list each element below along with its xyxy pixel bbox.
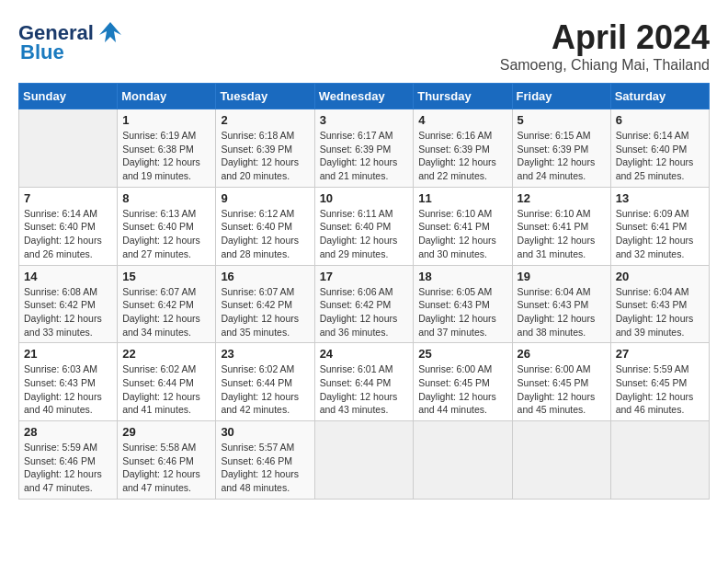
day-info: Sunrise: 6:18 AMSunset: 6:39 PMDaylight:… bbox=[221, 129, 309, 183]
calendar-header-saturday: Saturday bbox=[610, 84, 709, 109]
calendar-cell: 9Sunrise: 6:12 AMSunset: 6:40 PMDaylight… bbox=[216, 187, 314, 265]
day-number: 29 bbox=[122, 425, 210, 439]
title-area: April 2024 Samoeng, Chiang Mai, Thailand bbox=[500, 18, 710, 74]
calendar-cell: 20Sunrise: 6:04 AMSunset: 6:43 PMDayligh… bbox=[610, 265, 709, 343]
day-info: Sunrise: 6:09 AMSunset: 6:41 PMDaylight:… bbox=[616, 207, 704, 261]
calendar-cell: 5Sunrise: 6:15 AMSunset: 6:39 PMDaylight… bbox=[512, 109, 610, 188]
calendar-header-row: SundayMondayTuesdayWednesdayThursdayFrid… bbox=[19, 84, 710, 109]
day-number: 21 bbox=[24, 347, 112, 361]
day-info: Sunrise: 6:11 AMSunset: 6:40 PMDaylight:… bbox=[320, 207, 409, 261]
day-info: Sunrise: 6:02 AMSunset: 6:44 PMDaylight:… bbox=[221, 362, 309, 417]
day-info: Sunrise: 6:10 AMSunset: 6:41 PMDaylight:… bbox=[418, 207, 506, 261]
calendar-cell: 15Sunrise: 6:07 AMSunset: 6:42 PMDayligh… bbox=[118, 265, 216, 343]
calendar-cell: 1Sunrise: 6:19 AMSunset: 6:38 PMDaylight… bbox=[118, 109, 216, 188]
calendar-header-sunday: Sunday bbox=[19, 84, 118, 109]
day-info: Sunrise: 6:00 AMSunset: 6:45 PMDaylight:… bbox=[418, 362, 506, 417]
page: General Blue April 2024 Samoeng, Chiang … bbox=[0, 0, 728, 509]
calendar-cell: 29Sunrise: 5:58 AMSunset: 6:46 PMDayligh… bbox=[118, 421, 216, 500]
day-number: 15 bbox=[122, 270, 210, 283]
calendar-cell: 3Sunrise: 6:17 AMSunset: 6:39 PMDaylight… bbox=[314, 109, 414, 188]
calendar-cell: 24Sunrise: 6:01 AMSunset: 6:44 PMDayligh… bbox=[314, 343, 414, 421]
calendar-cell: 2Sunrise: 6:18 AMSunset: 6:39 PMDaylight… bbox=[216, 109, 314, 188]
calendar-cell bbox=[610, 421, 709, 500]
day-info: Sunrise: 6:04 AMSunset: 6:43 PMDaylight:… bbox=[518, 285, 606, 339]
calendar: SundayMondayTuesdayWednesdayThursdayFrid… bbox=[18, 83, 710, 500]
calendar-cell: 25Sunrise: 6:00 AMSunset: 6:45 PMDayligh… bbox=[414, 343, 512, 421]
calendar-cell: 21Sunrise: 6:03 AMSunset: 6:43 PMDayligh… bbox=[19, 343, 118, 421]
calendar-cell: 26Sunrise: 6:00 AMSunset: 6:45 PMDayligh… bbox=[512, 343, 610, 421]
calendar-header-thursday: Thursday bbox=[414, 84, 512, 109]
day-info: Sunrise: 6:07 AMSunset: 6:42 PMDaylight:… bbox=[221, 285, 309, 339]
day-number: 20 bbox=[616, 270, 704, 283]
day-number: 3 bbox=[320, 113, 409, 127]
calendar-cell: 10Sunrise: 6:11 AMSunset: 6:40 PMDayligh… bbox=[314, 187, 414, 265]
calendar-cell: 19Sunrise: 6:04 AMSunset: 6:43 PMDayligh… bbox=[512, 265, 610, 343]
calendar-cell: 27Sunrise: 5:59 AMSunset: 6:45 PMDayligh… bbox=[610, 343, 709, 421]
logo-blue: Blue bbox=[20, 40, 64, 64]
day-info: Sunrise: 6:01 AMSunset: 6:44 PMDaylight:… bbox=[320, 362, 409, 417]
day-info: Sunrise: 6:08 AMSunset: 6:42 PMDaylight:… bbox=[24, 285, 112, 339]
day-number: 5 bbox=[518, 113, 606, 127]
day-number: 18 bbox=[418, 270, 506, 283]
day-number: 10 bbox=[320, 191, 409, 205]
day-number: 28 bbox=[24, 425, 112, 439]
calendar-cell: 12Sunrise: 6:10 AMSunset: 6:41 PMDayligh… bbox=[512, 187, 610, 265]
month-title: April 2024 bbox=[500, 18, 710, 57]
day-number: 17 bbox=[320, 270, 409, 283]
day-number: 9 bbox=[221, 191, 309, 205]
day-number: 16 bbox=[221, 270, 309, 283]
calendar-week-3: 14Sunrise: 6:08 AMSunset: 6:42 PMDayligh… bbox=[19, 265, 710, 343]
day-info: Sunrise: 6:00 AMSunset: 6:45 PMDaylight:… bbox=[518, 362, 606, 417]
svg-marker-0 bbox=[99, 22, 121, 42]
logo-bird-icon bbox=[96, 18, 125, 48]
location: Samoeng, Chiang Mai, Thailand bbox=[500, 57, 710, 74]
day-info: Sunrise: 5:58 AMSunset: 6:46 PMDaylight:… bbox=[122, 441, 210, 495]
calendar-cell: 6Sunrise: 6:14 AMSunset: 6:40 PMDaylight… bbox=[610, 109, 709, 188]
calendar-cell bbox=[314, 421, 414, 500]
calendar-cell: 22Sunrise: 6:02 AMSunset: 6:44 PMDayligh… bbox=[118, 343, 216, 421]
calendar-cell: 8Sunrise: 6:13 AMSunset: 6:40 PMDaylight… bbox=[118, 187, 216, 265]
day-info: Sunrise: 6:12 AMSunset: 6:40 PMDaylight:… bbox=[221, 207, 309, 261]
calendar-cell: 28Sunrise: 5:59 AMSunset: 6:46 PMDayligh… bbox=[19, 421, 118, 500]
day-number: 27 bbox=[616, 347, 704, 361]
day-number: 6 bbox=[616, 113, 704, 127]
day-number: 19 bbox=[518, 270, 606, 283]
day-info: Sunrise: 6:07 AMSunset: 6:42 PMDaylight:… bbox=[122, 285, 210, 339]
day-number: 7 bbox=[24, 191, 112, 205]
day-info: Sunrise: 6:19 AMSunset: 6:38 PMDaylight:… bbox=[122, 129, 210, 183]
calendar-header-tuesday: Tuesday bbox=[216, 84, 314, 109]
day-number: 1 bbox=[122, 113, 210, 127]
calendar-cell: 23Sunrise: 6:02 AMSunset: 6:44 PMDayligh… bbox=[216, 343, 314, 421]
day-info: Sunrise: 6:10 AMSunset: 6:41 PMDaylight:… bbox=[518, 207, 606, 261]
calendar-header-monday: Monday bbox=[118, 84, 216, 109]
day-info: Sunrise: 6:02 AMSunset: 6:44 PMDaylight:… bbox=[122, 362, 210, 417]
calendar-cell: 4Sunrise: 6:16 AMSunset: 6:39 PMDaylight… bbox=[414, 109, 512, 188]
calendar-cell: 30Sunrise: 5:57 AMSunset: 6:46 PMDayligh… bbox=[216, 421, 314, 500]
calendar-week-1: 1Sunrise: 6:19 AMSunset: 6:38 PMDaylight… bbox=[19, 109, 710, 188]
day-number: 14 bbox=[24, 270, 112, 283]
day-number: 8 bbox=[122, 191, 210, 205]
day-number: 26 bbox=[518, 347, 606, 361]
calendar-cell bbox=[19, 109, 118, 188]
calendar-cell: 11Sunrise: 6:10 AMSunset: 6:41 PMDayligh… bbox=[414, 187, 512, 265]
calendar-cell bbox=[414, 421, 512, 500]
day-info: Sunrise: 6:16 AMSunset: 6:39 PMDaylight:… bbox=[418, 129, 506, 183]
day-number: 22 bbox=[122, 347, 210, 361]
day-info: Sunrise: 5:59 AMSunset: 6:45 PMDaylight:… bbox=[616, 362, 704, 417]
calendar-cell: 18Sunrise: 6:05 AMSunset: 6:43 PMDayligh… bbox=[414, 265, 512, 343]
day-number: 30 bbox=[221, 425, 309, 439]
day-number: 4 bbox=[418, 113, 506, 127]
day-info: Sunrise: 6:14 AMSunset: 6:40 PMDaylight:… bbox=[616, 129, 704, 183]
day-number: 24 bbox=[320, 347, 409, 361]
day-number: 13 bbox=[616, 191, 704, 205]
calendar-cell: 16Sunrise: 6:07 AMSunset: 6:42 PMDayligh… bbox=[216, 265, 314, 343]
calendar-cell bbox=[512, 421, 610, 500]
day-info: Sunrise: 6:15 AMSunset: 6:39 PMDaylight:… bbox=[518, 129, 606, 183]
calendar-cell: 7Sunrise: 6:14 AMSunset: 6:40 PMDaylight… bbox=[19, 187, 118, 265]
day-info: Sunrise: 6:05 AMSunset: 6:43 PMDaylight:… bbox=[418, 285, 506, 339]
calendar-header-friday: Friday bbox=[512, 84, 610, 109]
day-number: 23 bbox=[221, 347, 309, 361]
header: General Blue April 2024 Samoeng, Chiang … bbox=[18, 18, 710, 74]
day-number: 2 bbox=[221, 113, 309, 127]
day-info: Sunrise: 5:59 AMSunset: 6:46 PMDaylight:… bbox=[24, 441, 112, 495]
